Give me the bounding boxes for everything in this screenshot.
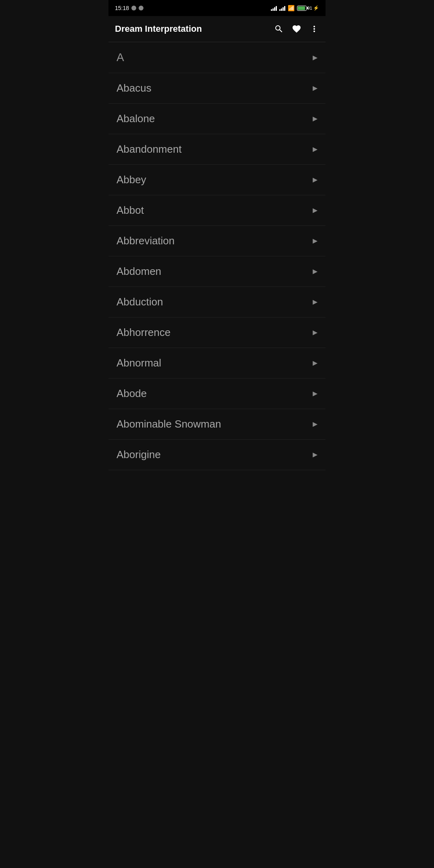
chevron-icon-abalone: ►	[311, 114, 319, 123]
chevron-icon-aborigine: ►	[311, 450, 319, 459]
chevron-icon-abbey: ►	[311, 175, 319, 184]
list-item-label-abbey: Abbey	[117, 174, 146, 186]
list-item-abacus[interactable]: Abacus►	[108, 73, 326, 104]
list-item-abhorrence[interactable]: Abhorrence►	[108, 317, 326, 348]
list-item-abandonment[interactable]: Abandonment►	[108, 134, 326, 165]
chevron-icon-abacus: ►	[311, 84, 319, 93]
list-item-abalone[interactable]: Abalone►	[108, 104, 326, 134]
chevron-icon-abbot: ►	[311, 206, 319, 215]
list-item-abode[interactable]: Abode►	[108, 379, 326, 409]
battery-fill	[298, 6, 305, 10]
chevron-icon-abduction: ►	[311, 297, 319, 307]
chevron-icon-abandonment: ►	[311, 145, 319, 154]
list-item-label-abalone: Abalone	[117, 113, 155, 125]
list-item-label-abdomen: Abdomen	[117, 265, 161, 278]
time-display: 15:18	[115, 5, 129, 11]
list-item-label-aborigine: Aborigine	[117, 448, 161, 461]
list-item-abominable-snowman[interactable]: Abominable Snowman►	[108, 409, 326, 440]
charging-icon: ⚡	[313, 5, 319, 11]
list-item-label-abbreviation: Abbreviation	[117, 235, 175, 247]
battery-indicator: 91 ⚡	[297, 5, 319, 11]
list-item-abbreviation[interactable]: Abbreviation►	[108, 226, 326, 256]
chevron-icon-abhorrence: ►	[311, 328, 319, 337]
app-bar-actions	[274, 24, 319, 34]
app-title: Dream Interpretation	[115, 24, 202, 34]
app-bar: Dream Interpretation	[108, 16, 326, 42]
status-bar-left: 15:18	[115, 5, 143, 11]
chevron-icon-section-a: ►	[311, 53, 319, 62]
signal-icon-2	[279, 5, 285, 11]
list-item-label-abnormal: Abnormal	[117, 357, 161, 369]
status-bar: 15:18 📶 91 ⚡	[108, 0, 326, 16]
chevron-icon-abode: ►	[311, 389, 319, 398]
list-item-aborigine[interactable]: Aborigine►	[108, 440, 326, 470]
list-item-abduction[interactable]: Abduction►	[108, 287, 326, 317]
search-button[interactable]	[274, 24, 284, 34]
battery-box	[297, 6, 307, 11]
chevron-icon-abdomen: ►	[311, 267, 319, 276]
status-bar-right: 📶 91 ⚡	[271, 5, 319, 11]
signal-icon-1	[271, 5, 277, 11]
favorites-button[interactable]	[292, 24, 301, 34]
status-icon-1	[131, 6, 136, 10]
list-item-abbey[interactable]: Abbey►	[108, 165, 326, 195]
list-item-label-section-a: A	[117, 51, 124, 64]
list-item-abnormal[interactable]: Abnormal►	[108, 348, 326, 379]
list-item-label-abbot: Abbot	[117, 204, 144, 217]
wifi-icon: 📶	[288, 5, 295, 11]
list-item-label-abode: Abode	[117, 387, 147, 400]
list-item-label-abduction: Abduction	[117, 296, 163, 308]
chevron-icon-abbreviation: ►	[311, 236, 319, 246]
list-item-abbot[interactable]: Abbot►	[108, 195, 326, 226]
list-item-section-a[interactable]: A►	[108, 42, 326, 73]
more-options-button[interactable]	[309, 24, 319, 34]
chevron-icon-abnormal: ►	[311, 358, 319, 368]
list-item-abdomen[interactable]: Abdomen►	[108, 256, 326, 287]
chevron-icon-abominable-snowman: ►	[311, 420, 319, 429]
list-item-label-abacus: Abacus	[117, 82, 151, 94]
dream-list: A►Abacus►Abalone►Abandonment►Abbey►Abbot…	[108, 42, 326, 470]
list-item-label-abandonment: Abandonment	[117, 143, 182, 156]
status-icon-2	[139, 6, 143, 10]
list-item-label-abominable-snowman: Abominable Snowman	[117, 418, 221, 430]
list-item-label-abhorrence: Abhorrence	[117, 326, 170, 339]
